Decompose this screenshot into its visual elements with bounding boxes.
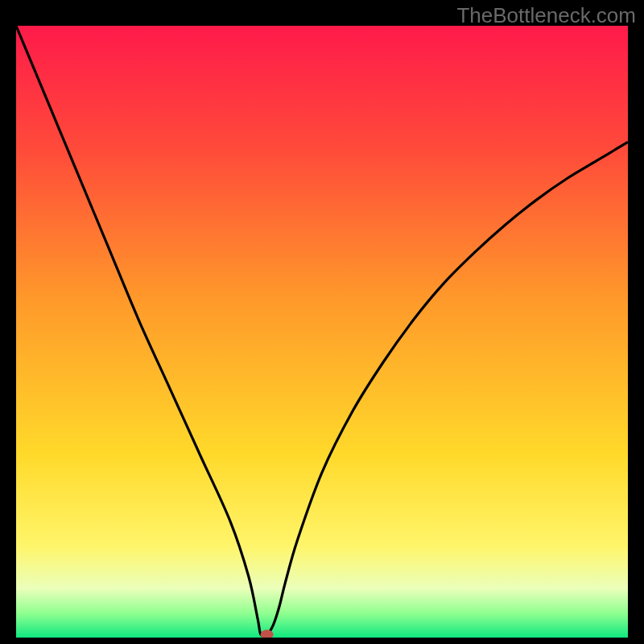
plot-svg xyxy=(16,26,628,638)
gradient-background xyxy=(16,26,628,638)
watermark-text: TheBottleneck.com xyxy=(456,3,636,28)
plot-area xyxy=(16,26,628,638)
chart-frame: TheBottleneck.com xyxy=(0,0,644,644)
